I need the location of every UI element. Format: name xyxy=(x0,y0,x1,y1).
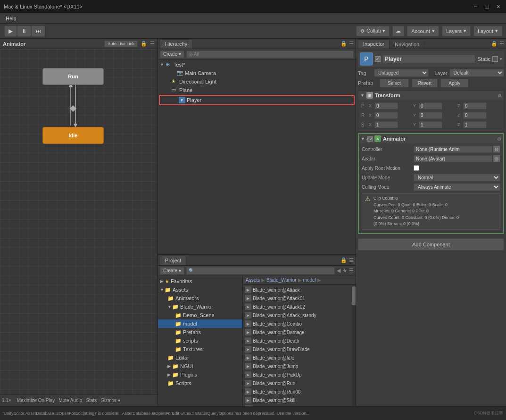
project-tab[interactable]: Project xyxy=(160,256,186,265)
minimize-button[interactable]: − xyxy=(473,3,477,10)
tag-dropdown[interactable]: Untagged xyxy=(374,69,429,77)
stats-btn[interactable]: Stats xyxy=(86,398,97,403)
breadcrumb-model[interactable]: model xyxy=(303,277,316,283)
inspector-tab-navigation[interactable]: Navigation xyxy=(390,39,424,49)
file-list-scrollbar[interactable] xyxy=(352,285,356,406)
file-item-11[interactable]: ▶ Blade_warrior@Run xyxy=(243,379,356,387)
file-item-5[interactable]: ▶ Blade_warrior@Damage xyxy=(243,328,356,336)
file-item-6[interactable]: ▶ Blade_warrior@Death xyxy=(243,336,356,345)
project-tree-textures[interactable]: 📁 Textures xyxy=(158,345,242,353)
layers-button[interactable]: Layers ▾ xyxy=(442,26,471,36)
static-dropdown-arrow[interactable]: ▾ xyxy=(500,57,502,61)
collab-button[interactable]: ⚙ Collab ▾ xyxy=(356,26,390,36)
step-button[interactable]: ⏭ xyxy=(32,26,45,36)
avatar-select-btn[interactable]: ◎ xyxy=(493,155,500,162)
apply-button[interactable]: Apply xyxy=(440,79,468,87)
project-tree-ngui[interactable]: ▶ 📁 NGUI xyxy=(158,362,242,370)
hierarchy-lock-btn[interactable]: 🔒 xyxy=(340,41,347,47)
scale-y-input[interactable] xyxy=(419,121,442,128)
project-tree-editor[interactable]: 📁 Editor xyxy=(158,353,242,362)
scale-z-input[interactable] xyxy=(463,121,487,128)
file-item-7[interactable]: ▶ Blade_warrior@DrawBlade xyxy=(243,345,356,353)
maximize-on-play-btn[interactable]: Maximize On Play xyxy=(17,398,55,403)
breadcrumb-assets[interactable]: Assets xyxy=(246,277,260,283)
animator-canvas[interactable]: Run Idle xyxy=(0,49,158,395)
pos-y-input[interactable] xyxy=(419,102,442,109)
hierarchy-item-player[interactable]: P Player xyxy=(159,95,355,105)
rot-y-input[interactable] xyxy=(419,112,442,119)
layer-dropdown[interactable]: Default xyxy=(449,69,504,77)
controller-select-btn[interactable]: ◎ xyxy=(493,145,500,153)
project-tree-plugins[interactable]: ▶ 📁 Plugins xyxy=(158,370,242,379)
hierarchy-menu-btn[interactable]: ☰ xyxy=(349,41,354,47)
hierarchy-item-dir-light[interactable]: ☀ Directional Light xyxy=(158,77,356,86)
account-button[interactable]: Account ▾ xyxy=(407,26,439,36)
project-tree-scripts2[interactable]: 📁 Scripts xyxy=(158,379,242,387)
menu-help[interactable]: Help xyxy=(2,15,20,22)
select-button[interactable]: Select xyxy=(380,79,409,87)
obj-name-input[interactable] xyxy=(382,55,475,63)
gizmos-btn[interactable]: Gizmos ▾ xyxy=(100,398,120,403)
breadcrumb-blade-warrior[interactable]: Blade_Warrior xyxy=(266,277,297,283)
cloud-button[interactable]: ☁ xyxy=(392,26,404,36)
project-tree-demo-scene[interactable]: 📁 Demo_Scene xyxy=(158,311,242,319)
inspector-menu-btn[interactable]: ☰ xyxy=(499,41,504,47)
revert-button[interactable]: Revert xyxy=(412,79,438,87)
hierarchy-search[interactable]: ◎ All xyxy=(186,50,354,58)
pos-z-input[interactable] xyxy=(463,102,487,109)
hierarchy-create-button[interactable]: Create ▾ xyxy=(160,50,184,58)
animator-section-header[interactable]: ▼ ✓ A Animator ⚙ xyxy=(359,134,503,143)
pause-button[interactable]: ⏸ xyxy=(17,26,31,36)
scale-x-input[interactable] xyxy=(374,121,398,128)
maximize-button[interactable]: □ xyxy=(485,3,489,10)
transform-settings-icon[interactable]: ⚙ xyxy=(498,93,502,98)
project-file-list[interactable]: ▶ Blade_warrior@Attack ▶ Blade_warrior@A… xyxy=(243,285,356,406)
project-icon-btn3[interactable]: ☰ xyxy=(349,268,354,274)
culling-mode-dropdown[interactable]: Always Animate xyxy=(414,183,500,191)
animator-menu-icon[interactable]: ☰ xyxy=(150,41,155,47)
file-list-scrollbar-thumb[interactable] xyxy=(352,286,356,305)
project-icon-btn1[interactable]: ◀ xyxy=(337,268,340,274)
hierarchy-item-main-camera[interactable]: 📷 Main Camera xyxy=(158,69,356,77)
project-tree-favorites[interactable]: ▶ ★ Favorites xyxy=(158,277,242,286)
file-item-8[interactable]: ▶ Blade_warrior@Idle xyxy=(243,353,356,362)
transform-header[interactable]: ▼ ⊞ Transform ⚙ xyxy=(358,91,504,100)
animator-enabled-checkbox[interactable]: ✓ xyxy=(367,136,373,142)
inspector-lock-btn[interactable]: 🔒 xyxy=(491,41,498,47)
close-button[interactable]: × xyxy=(497,3,500,10)
inspector-tab-inspector[interactable]: Inspector xyxy=(358,39,390,49)
file-item-13[interactable]: ▶ Blade_warrior@Skill xyxy=(243,396,356,404)
file-item-12[interactable]: ▶ Blade_warrior@Run00 xyxy=(243,387,356,396)
auto-live-button[interactable]: Auto Live Link xyxy=(104,41,138,47)
file-item-3[interactable]: ▶ Blade_warrior@Attack_standy xyxy=(243,311,356,319)
project-tree-scripts[interactable]: 📁 scripts xyxy=(158,336,242,345)
project-create-button[interactable]: Create ▾ xyxy=(160,267,184,275)
project-tree-assets[interactable]: ▼ 📁 Assets xyxy=(158,286,242,294)
project-icon-btn2[interactable]: ★ xyxy=(342,268,347,274)
animator-settings-icon[interactable]: ⚙ xyxy=(497,136,501,142)
rot-x-input[interactable] xyxy=(374,112,398,119)
file-item-9[interactable]: ▶ Blade_warrior@Jump xyxy=(243,362,356,370)
add-component-button[interactable]: Add Component xyxy=(358,238,504,251)
file-item-2[interactable]: ▶ Blade_warrior@Attack02 xyxy=(243,302,356,311)
apply-root-checkbox[interactable] xyxy=(414,165,419,171)
update-mode-dropdown[interactable]: Normal xyxy=(414,174,500,182)
project-lock-btn[interactable]: 🔒 xyxy=(340,257,347,263)
project-menu-btn[interactable]: ☰ xyxy=(349,257,354,263)
project-tree-blade-warrior[interactable]: ▼ 📁 Blade_Warrior xyxy=(158,302,242,311)
file-item-4[interactable]: ▶ Blade_warrior@Combo xyxy=(243,319,356,328)
play-button[interactable]: ▶ xyxy=(5,26,17,36)
project-tree[interactable]: ▶ ★ Favorites ▼ 📁 Assets xyxy=(158,276,243,406)
hierarchy-tab[interactable]: Hierarchy xyxy=(160,39,192,49)
project-search[interactable]: 🔍 xyxy=(186,267,335,275)
hierarchy-item-plane[interactable]: ▭ Plane xyxy=(158,86,356,94)
rot-z-input[interactable] xyxy=(463,112,487,119)
layout-button[interactable]: Layout ▾ xyxy=(473,26,502,36)
file-item-1[interactable]: ▶ Blade_warrior@Attack01 xyxy=(243,294,356,302)
controller-input[interactable] xyxy=(414,146,492,153)
static-checkbox[interactable] xyxy=(492,56,498,62)
obj-enabled-checkbox[interactable] xyxy=(375,56,381,62)
mute-audio-btn[interactable]: Mute Audio xyxy=(58,398,82,403)
animator-node-run[interactable]: Run xyxy=(42,68,104,85)
hierarchy-item-scene[interactable]: ▼ ⊞ Test* xyxy=(158,60,356,69)
